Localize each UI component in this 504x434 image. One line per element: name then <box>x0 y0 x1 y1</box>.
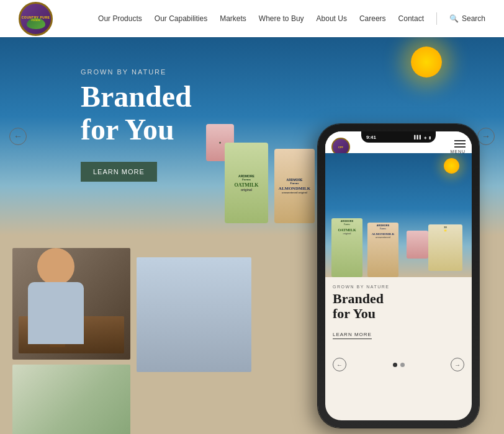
hero-cta-button[interactable]: LEARN MORE <box>81 162 157 182</box>
fridge-image <box>12 365 130 434</box>
phone-menu-button[interactable]: MENU <box>450 140 466 154</box>
phone-next-button[interactable]: → <box>451 358 464 371</box>
nav-about-us[interactable]: About Us <box>317 14 347 23</box>
product-almond-milk: ARDMORE Farms ALMONDMILK unsweetened ori… <box>274 149 315 223</box>
search-icon: 🔍 <box>449 14 459 23</box>
nav-divider <box>436 12 437 25</box>
wifi-icon: ◈ <box>424 135 427 140</box>
phone-content: GROWN BY NATURE Branded for You LEARN MO… <box>325 277 472 354</box>
phone-product-small: 30⭐ <box>428 224 462 271</box>
phone-logo-text: CPF <box>338 146 343 149</box>
phone-dot-2 <box>400 363 405 367</box>
nav-where-to-buy[interactable]: Where to Buy <box>259 14 304 23</box>
menu-line-2 <box>454 143 466 144</box>
logo-text: COUNTRY PURE FOODS <box>22 16 50 22</box>
product-oat-milk: ARDMORE Farms OATMILK original <box>225 143 268 223</box>
search-button[interactable]: 🔍 Search <box>449 14 485 23</box>
phone-left-arrow-icon: ← <box>336 361 343 368</box>
phone-bottom-nav: ← → <box>325 354 472 375</box>
phone-product-box <box>407 231 428 259</box>
nav-markets[interactable]: Markets <box>220 14 246 23</box>
gallery-item-2 <box>137 257 251 422</box>
nav-careers[interactable]: Careers <box>359 14 386 23</box>
child-image <box>137 257 251 372</box>
hero-text: GROWN BY NATURE Branded for You LEARN MO… <box>81 68 192 182</box>
signal-icon: ▌▌▌ <box>414 135 422 139</box>
phone-mockup: 9:41 ▌▌▌ ◈ ▮ CPF MENU <box>318 124 479 428</box>
phone-sun <box>444 158 459 174</box>
phone-hero-subtitle: GROWN BY NATURE <box>333 285 464 289</box>
logo: COUNTRY PURE FOODS <box>19 2 53 36</box>
navbar: COUNTRY PURE FOODS Our Products Our Capa… <box>0 0 504 37</box>
nav-our-capabilities[interactable]: Our Capabilities <box>155 14 207 23</box>
phone-status-icons: ▌▌▌ ◈ ▮ <box>414 135 431 140</box>
phone-right-arrow-icon: → <box>454 361 461 368</box>
phone-almond-brand: ARDMOREFarms <box>367 223 398 231</box>
phone-almond-milk: ARDMOREFarms ALMONDMILK unsweetened <box>367 223 398 277</box>
phone-outer: 9:41 ▌▌▌ ◈ ▮ CPF MENU <box>318 124 479 428</box>
phone-prev-button[interactable]: ← <box>333 358 346 371</box>
battery-icon: ▮ <box>429 135 431 140</box>
sun-decoration <box>411 46 442 78</box>
almondmilk-name: ALMONDMILK <box>279 186 310 191</box>
phone-oatmilk-name: OATMILK <box>331 227 362 232</box>
phone-hero-title: Branded for You <box>333 291 464 321</box>
nav-contact[interactable]: Contact <box>398 14 424 23</box>
right-arrow-icon: → <box>482 131 490 141</box>
phone-oat-brand: ARDMOREFarms <box>331 218 362 227</box>
left-arrow-icon: ← <box>14 131 22 141</box>
hero-title: Branded for You <box>81 81 192 146</box>
phone-notch: 9:41 ▌▌▌ ◈ ▮ <box>361 131 436 143</box>
nav-links: Our Products Our Capabilities Markets Wh… <box>98 12 485 25</box>
hero-subtitle: GROWN BY NATURE <box>81 68 192 76</box>
oatmilk-name: OATMILK <box>235 182 259 188</box>
phone-almondmilk-name: ALMONDMILK <box>367 231 398 236</box>
menu-line-3 <box>454 146 466 148</box>
hero-prev-button[interactable]: ← <box>9 128 27 145</box>
phone-screen: CPF MENU ARDMOREFarms OATMILK original <box>325 131 472 420</box>
menu-line-1 <box>454 140 466 141</box>
logo-circle: COUNTRY PURE FOODS <box>19 2 53 36</box>
phone-cta-button[interactable]: LEARN MORE <box>333 332 372 339</box>
hero-next-button[interactable]: → <box>477 128 495 145</box>
phone-time: 9:41 <box>366 135 376 140</box>
phone-hero-image: ARDMOREFarms OATMILK original ARDMOREFar… <box>325 153 472 277</box>
nav-our-products[interactable]: Our Products <box>98 14 142 23</box>
phone-pagination-dots <box>393 363 405 367</box>
phone-dot-1 <box>393 363 397 367</box>
phone-oat-milk: ARDMOREFarms OATMILK original <box>331 218 362 277</box>
